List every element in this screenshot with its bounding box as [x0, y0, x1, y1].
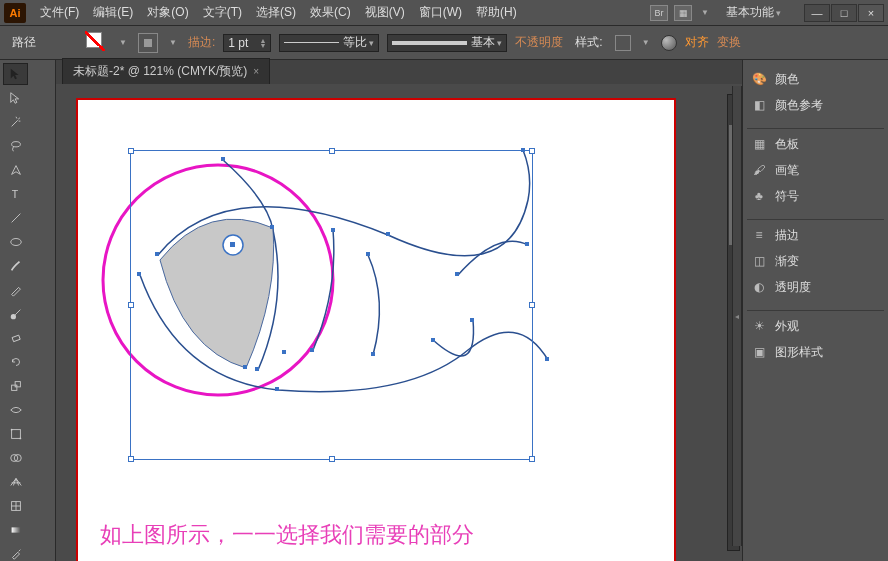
handle-sw[interactable] — [128, 456, 134, 462]
svg-point-0 — [11, 142, 20, 147]
recolor-icon[interactable] — [661, 35, 677, 51]
panel-color-guide[interactable]: ◧颜色参考 — [743, 92, 888, 118]
panel-brushes[interactable]: 🖌画笔 — [743, 157, 888, 183]
handle-n[interactable] — [329, 148, 335, 154]
style-label: 样式: — [571, 34, 606, 51]
magic-wand-tool[interactable] — [3, 111, 28, 133]
lasso-tool[interactable] — [3, 135, 28, 157]
menu-window[interactable]: 窗口(W) — [413, 1, 468, 24]
panel-transparency[interactable]: ◐透明度 — [743, 274, 888, 300]
stroke-dropdown-icon[interactable]: ▼ — [166, 36, 180, 50]
arrange-dropdown-icon[interactable]: ▼ — [698, 6, 712, 20]
document-tab-strip: 未标题-2* @ 121% (CMYK/预览) × — [56, 60, 742, 84]
artboard: 如上图所示，一一选择我们需要的部分 — [76, 98, 676, 561]
svg-rect-43 — [545, 357, 549, 361]
menu-bar: Ai 文件(F) 编辑(E) 对象(O) 文字(T) 选择(S) 效果(C) 视… — [0, 0, 888, 26]
control-bar: 路径 ▼ ▼ 描边: 1 pt ▲▼ 等比▾ 基本▾ 不透明度 样式: ▼ 对齐… — [0, 26, 888, 60]
menu-help[interactable]: 帮助(H) — [470, 1, 523, 24]
close-tab-icon[interactable]: × — [253, 66, 259, 77]
rotate-tool[interactable] — [3, 351, 28, 373]
svg-point-3 — [10, 239, 21, 246]
svg-text:T: T — [11, 188, 18, 200]
bridge-icon[interactable]: Br — [650, 5, 668, 21]
stroke-label[interactable]: 描边: — [188, 34, 215, 51]
svg-rect-6 — [11, 385, 16, 390]
selection-bounding-box[interactable] — [130, 150, 533, 460]
document-area: 未标题-2* @ 121% (CMYK/预览) × — [56, 60, 742, 561]
profile-dropdown[interactable]: 等比▾ — [279, 34, 379, 52]
fill-dropdown-icon[interactable]: ▼ — [116, 36, 130, 50]
workspace-switcher[interactable]: 基本功能▾ — [718, 2, 789, 23]
menu-type[interactable]: 文字(T) — [197, 1, 248, 24]
align-label[interactable]: 对齐 — [685, 34, 709, 51]
type-tool[interactable]: T — [3, 183, 28, 205]
handle-nw[interactable] — [128, 148, 134, 154]
panel-graphic-styles[interactable]: ▣图形样式 — [743, 339, 888, 365]
pencil-tool[interactable] — [3, 279, 28, 301]
document-tab[interactable]: 未标题-2* @ 121% (CMYK/预览) × — [62, 58, 270, 84]
stroke-weight-value: 1 pt — [228, 36, 248, 50]
style-swatch[interactable] — [615, 35, 631, 51]
brushes-icon: 🖌 — [751, 162, 767, 178]
free-transform-tool[interactable] — [3, 423, 28, 445]
panel-swatches[interactable]: ▦色板 — [743, 131, 888, 157]
stroke-swatch[interactable] — [138, 33, 158, 53]
perspective-grid-tool[interactable] — [3, 471, 28, 493]
panel-gradient[interactable]: ◫渐变 — [743, 248, 888, 274]
stroke-weight-input[interactable]: 1 pt ▲▼ — [223, 34, 271, 52]
document-tab-label: 未标题-2* @ 121% (CMYK/预览) — [73, 63, 247, 80]
paintbrush-tool[interactable] — [3, 255, 28, 277]
guide-icon: ◧ — [751, 97, 767, 113]
handle-w[interactable] — [128, 302, 134, 308]
instruction-text: 如上图所示，一一选择我们需要的部分 — [100, 520, 474, 550]
scale-tool[interactable] — [3, 375, 28, 397]
panel-color[interactable]: 🎨颜色 — [743, 66, 888, 92]
symbols-icon: ♣ — [751, 188, 767, 204]
blob-brush-tool[interactable] — [3, 303, 28, 325]
style-dropdown-icon[interactable]: ▼ — [639, 36, 653, 50]
menu-file[interactable]: 文件(F) — [34, 1, 85, 24]
handle-e[interactable] — [529, 302, 535, 308]
palette-icon: 🎨 — [751, 71, 767, 87]
panel-collapse-bar[interactable]: ◂ — [732, 86, 742, 546]
menu-view[interactable]: 视图(V) — [359, 1, 411, 24]
pen-tool[interactable] — [3, 159, 28, 181]
graphic-styles-icon: ▣ — [751, 344, 767, 360]
panel-appearance[interactable]: ☀外观 — [743, 313, 888, 339]
eraser-tool[interactable] — [3, 327, 28, 349]
appearance-icon: ☀ — [751, 318, 767, 334]
minimize-button[interactable]: — — [804, 4, 830, 22]
panel-symbols[interactable]: ♣符号 — [743, 183, 888, 209]
close-button[interactable]: × — [858, 4, 884, 22]
svg-rect-8 — [11, 430, 20, 439]
direct-selection-tool[interactable] — [3, 87, 28, 109]
shape-builder-tool[interactable] — [3, 447, 28, 469]
menu-effect[interactable]: 效果(C) — [304, 1, 357, 24]
transform-label[interactable]: 变换 — [717, 34, 741, 51]
line-tool[interactable] — [3, 207, 28, 229]
gradient-tool[interactable] — [3, 519, 28, 541]
gradient-icon: ◫ — [751, 253, 767, 269]
eyedropper-tool[interactable] — [3, 543, 28, 561]
selection-type-label: 路径 — [8, 34, 40, 51]
handle-s[interactable] — [329, 456, 335, 462]
opacity-label[interactable]: 不透明度 — [515, 34, 563, 51]
main-menu: 文件(F) 编辑(E) 对象(O) 文字(T) 选择(S) 效果(C) 视图(V… — [34, 1, 523, 24]
svg-point-10 — [19, 438, 21, 440]
brush-dropdown[interactable]: 基本▾ — [387, 34, 507, 52]
handle-ne[interactable] — [529, 148, 535, 154]
maximize-button[interactable]: □ — [831, 4, 857, 22]
width-tool[interactable] — [3, 399, 28, 421]
panel-stroke[interactable]: ≡描边 — [743, 222, 888, 248]
handle-se[interactable] — [529, 456, 535, 462]
ellipse-tool[interactable] — [3, 231, 28, 253]
arrange-icon[interactable]: ▦ — [674, 5, 692, 21]
fill-swatch[interactable] — [86, 32, 108, 54]
selection-tool[interactable] — [3, 63, 28, 85]
menu-object[interactable]: 对象(O) — [141, 1, 194, 24]
menu-select[interactable]: 选择(S) — [250, 1, 302, 24]
transparency-icon: ◐ — [751, 279, 767, 295]
mesh-tool[interactable] — [3, 495, 28, 517]
canvas[interactable]: 如上图所示，一一选择我们需要的部分 — [56, 84, 742, 561]
menu-edit[interactable]: 编辑(E) — [87, 1, 139, 24]
